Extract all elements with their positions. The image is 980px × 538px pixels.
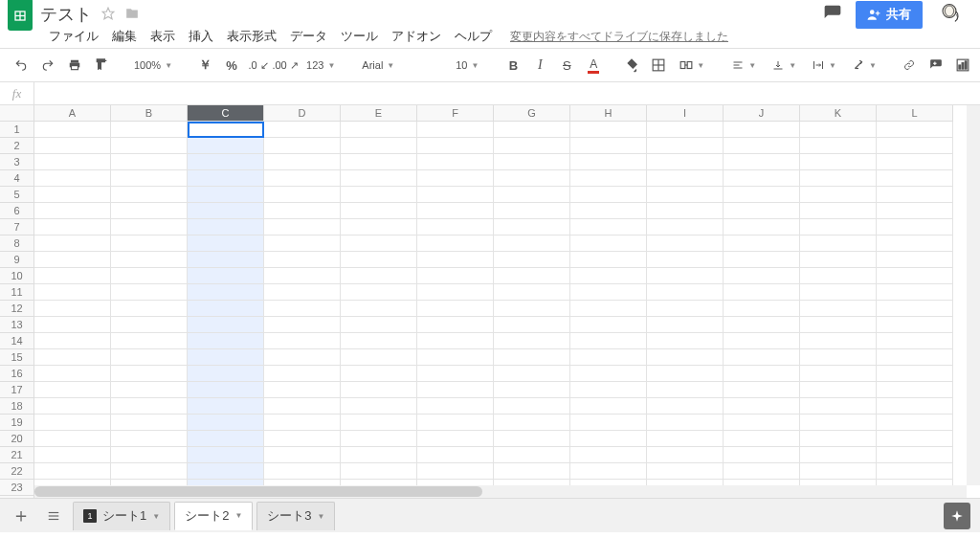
cell[interactable] <box>724 333 800 349</box>
cell[interactable] <box>417 463 494 480</box>
cell[interactable] <box>647 398 724 415</box>
cell[interactable] <box>111 398 188 415</box>
cell[interactable] <box>417 382 494 398</box>
cell[interactable] <box>34 415 111 431</box>
cell[interactable] <box>188 463 264 480</box>
cell[interactable] <box>188 154 264 170</box>
column-header[interactable]: A <box>34 105 111 122</box>
cell[interactable] <box>724 463 800 480</box>
cell[interactable] <box>188 382 264 398</box>
row-header[interactable]: 4 <box>0 170 34 187</box>
font-size-dropdown[interactable]: 10▼ <box>448 53 486 78</box>
cell[interactable] <box>264 366 341 382</box>
cell[interactable] <box>188 317 264 333</box>
cell[interactable] <box>570 447 647 463</box>
cell[interactable] <box>800 333 877 349</box>
row-header[interactable]: 16 <box>0 366 34 382</box>
cell[interactable] <box>724 138 800 154</box>
text-color-icon[interactable]: A <box>582 53 605 78</box>
cell[interactable] <box>111 284 188 301</box>
cell[interactable] <box>264 268 341 284</box>
cell[interactable] <box>724 203 800 219</box>
cell[interactable] <box>877 301 953 317</box>
text-wrap-icon[interactable]: ▼ <box>806 53 842 78</box>
horizontal-scrollbar[interactable] <box>34 485 967 498</box>
cell[interactable] <box>264 284 341 301</box>
borders-icon[interactable] <box>647 53 670 78</box>
cell[interactable] <box>111 382 188 398</box>
currency-icon[interactable]: ￥ <box>193 53 216 78</box>
sheets-app-icon[interactable] <box>8 0 33 31</box>
cell[interactable] <box>647 203 724 219</box>
undo-icon[interactable] <box>10 53 33 78</box>
cell[interactable] <box>494 170 570 187</box>
column-header[interactable]: G <box>494 105 570 122</box>
cell[interactable] <box>341 415 417 431</box>
cell[interactable] <box>417 203 494 219</box>
cell[interactable] <box>111 301 188 317</box>
cell[interactable] <box>724 154 800 170</box>
cell[interactable] <box>417 187 494 203</box>
cell[interactable] <box>494 415 570 431</box>
cell[interactable] <box>34 268 111 284</box>
column-header[interactable]: B <box>111 105 188 122</box>
sheet-tab[interactable]: シート2 ▼ <box>174 502 253 530</box>
cell[interactable] <box>877 415 953 431</box>
cell[interactable] <box>877 317 953 333</box>
percent-icon[interactable]: % <box>220 53 243 78</box>
cell[interactable] <box>34 138 111 154</box>
cell[interactable] <box>800 398 877 415</box>
cell[interactable] <box>570 301 647 317</box>
cell[interactable] <box>724 317 800 333</box>
cell[interactable] <box>494 398 570 415</box>
cell[interactable] <box>264 252 341 268</box>
horizontal-align-icon[interactable]: ▼ <box>725 53 762 78</box>
cell[interactable] <box>34 203 111 219</box>
strikethrough-icon[interactable]: S <box>555 53 578 78</box>
cell[interactable] <box>494 382 570 398</box>
row-header[interactable]: 11 <box>0 284 34 301</box>
cell[interactable] <box>800 382 877 398</box>
cell[interactable] <box>724 349 800 366</box>
cell[interactable] <box>264 187 341 203</box>
cell[interactable] <box>417 219 494 235</box>
cell[interactable] <box>494 187 570 203</box>
cell[interactable] <box>111 431 188 447</box>
decrease-decimal-icon[interactable]: .0 ↙ <box>247 53 270 78</box>
cell[interactable] <box>877 235 953 252</box>
all-sheets-button[interactable] <box>40 503 67 529</box>
cell[interactable] <box>647 431 724 447</box>
cell[interactable] <box>264 382 341 398</box>
menu-file[interactable]: ファイル <box>42 28 105 45</box>
cell[interactable] <box>647 301 724 317</box>
cell[interactable] <box>877 252 953 268</box>
cell[interactable] <box>341 382 417 398</box>
cell[interactable] <box>264 447 341 463</box>
cell[interactable] <box>570 333 647 349</box>
cell[interactable] <box>111 203 188 219</box>
cell[interactable] <box>341 268 417 284</box>
cell[interactable] <box>264 235 341 252</box>
cell[interactable] <box>111 349 188 366</box>
cell[interactable] <box>417 349 494 366</box>
cell[interactable] <box>34 154 111 170</box>
cell[interactable] <box>34 235 111 252</box>
cell[interactable] <box>724 284 800 301</box>
cell[interactable] <box>264 301 341 317</box>
cell[interactable] <box>188 252 264 268</box>
cell[interactable] <box>800 317 877 333</box>
cell[interactable] <box>570 366 647 382</box>
cell[interactable] <box>341 301 417 317</box>
cell[interactable] <box>647 154 724 170</box>
cell[interactable] <box>724 431 800 447</box>
cell[interactable] <box>494 301 570 317</box>
cell[interactable] <box>188 366 264 382</box>
cell[interactable] <box>34 187 111 203</box>
cell[interactable] <box>877 203 953 219</box>
cell[interactable] <box>877 170 953 187</box>
cell[interactable] <box>264 203 341 219</box>
row-header[interactable]: 9 <box>0 252 34 268</box>
document-title[interactable]: テスト <box>40 3 92 26</box>
save-status[interactable]: 変更内容をすべてドライブに保存しました <box>510 29 728 45</box>
cell[interactable] <box>570 154 647 170</box>
